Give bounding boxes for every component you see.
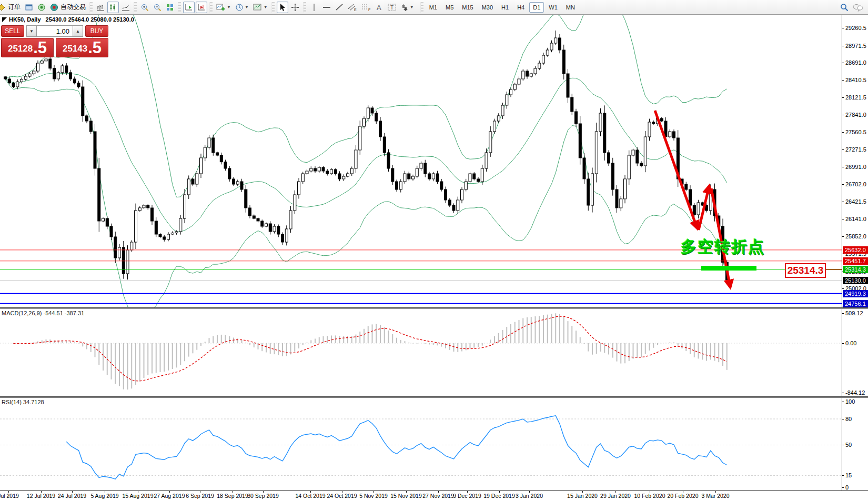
text-button[interactable]: A: [374, 2, 385, 13]
line-chart-icon: [122, 3, 130, 12]
price-tick-label: 26421.5: [845, 198, 866, 205]
chart-title: HK50, Daily 25430.0 25464.0 25080.0 2513…: [9, 16, 134, 23]
rsi-tick-mark: [842, 475, 844, 476]
chat-button[interactable]: [851, 2, 865, 13]
text-label-button[interactable]: T: [386, 2, 398, 13]
price-tick-mark: [842, 46, 844, 46]
price-tick-mark: [842, 184, 844, 185]
price-tick-mark: [842, 288, 844, 289]
svg-text:T: T: [390, 5, 393, 11]
add-indicator-button[interactable]: ▼: [215, 2, 233, 13]
buy-price-pip: .5: [88, 39, 102, 56]
rsi-canvas[interactable]: [0, 398, 842, 491]
macd-tick-mark: [842, 343, 844, 344]
chart-shift-button[interactable]: [196, 2, 207, 13]
data-window-button[interactable]: [36, 2, 47, 13]
timeframe-h4[interactable]: H4: [513, 2, 528, 13]
volume-input[interactable]: [37, 25, 73, 37]
date-tick-label: 3 Jan 2020: [516, 493, 543, 499]
sell-button[interactable]: SELL: [1, 25, 24, 37]
chat-bubbles-icon: [853, 3, 863, 12]
date-tick-label: 9 Dec 2019: [453, 493, 481, 499]
trend-line-icon: [335, 3, 344, 12]
cursor-icon: [279, 3, 286, 12]
periods-button[interactable]: ▼: [234, 2, 250, 13]
zoom-in-icon: [140, 3, 149, 12]
crosshair-button[interactable]: [289, 2, 301, 13]
trend-line-button[interactable]: [334, 2, 345, 13]
auto-scroll-button[interactable]: [183, 2, 195, 13]
rsi-tick-mark: [842, 419, 844, 419]
timeframe-m30[interactable]: M30: [478, 2, 497, 13]
templates-button[interactable]: ▼: [251, 2, 269, 13]
zoom-out-button[interactable]: [152, 2, 163, 13]
auto-scroll-icon: [185, 3, 193, 12]
new-order-button[interactable]: 订单: [0, 2, 22, 13]
date-tick-label: 27 Nov 2019: [422, 493, 454, 499]
key-price-label[interactable]: 25314.3: [785, 263, 826, 278]
main-chart-panel[interactable]: [0, 15, 842, 307]
horizontal-line-button[interactable]: [321, 2, 332, 13]
market-watch-button[interactable]: [23, 2, 35, 13]
toolbar: 订单 自动交易: [0, 0, 868, 15]
rsi-tick-label: 100: [845, 398, 855, 405]
date-tick-label: Jul 2019: [0, 493, 19, 499]
macd-panel[interactable]: MACD(12,26,9) -544.51 -387.31: [0, 309, 842, 396]
date-tick-label: 6 Sep 2019: [186, 493, 214, 499]
zoom-in-button[interactable]: [139, 2, 150, 13]
timeframe-mn[interactable]: MN: [562, 2, 579, 13]
equidistant-channel-button[interactable]: E: [346, 2, 359, 13]
arrows-button[interactable]: ▼: [399, 2, 416, 13]
equidistant-channel-icon: E: [348, 3, 357, 12]
one-click-trading-panel: SELL ▼ ▲ BUY 25128 .5 25143 .5: [1, 25, 108, 57]
date-tick-label: 3 Mar 2020: [701, 493, 729, 499]
macd-canvas[interactable]: [0, 309, 842, 396]
sell-price-display[interactable]: 25128 .5: [1, 38, 54, 57]
bar-chart-button[interactable]: [95, 2, 106, 13]
rsi-axis[interactable]: 1008050150: [842, 398, 868, 491]
line-chart-button[interactable]: [120, 2, 132, 13]
autotrading-label: 自动交易: [60, 3, 86, 12]
timeframe-m5[interactable]: M5: [442, 2, 457, 13]
buy-button[interactable]: BUY: [85, 25, 108, 37]
price-chart-canvas[interactable]: [0, 15, 842, 307]
trade-panel-collapse-icon[interactable]: [2, 17, 7, 22]
price-tick-mark: [842, 236, 844, 237]
volume-increase-button[interactable]: ▲: [73, 25, 83, 37]
timeframe-w1[interactable]: W1: [545, 2, 561, 13]
price-tick-label: 28410.5: [845, 77, 866, 83]
candlestick-chart-button[interactable]: [107, 2, 119, 13]
date-tick-label: 19 Dec 2019: [483, 493, 515, 499]
timeframe-m15[interactable]: M15: [458, 2, 477, 13]
date-tick-label: 29 Jan 2020: [600, 493, 631, 499]
buy-price-display[interactable]: 25143 .5: [56, 38, 108, 57]
macd-tick-label: -844.12: [845, 389, 865, 396]
bar-chart-icon: [96, 3, 105, 12]
svg-text:A: A: [377, 4, 381, 12]
date-tick-label: 18 Sep 2019: [217, 493, 248, 499]
price-axis[interactable]: 29260.528971.528691.028410.528121.527841…: [842, 15, 868, 307]
toolbar-grip: [303, 2, 306, 13]
price-line-tag: 25451.7: [843, 257, 868, 265]
fibonacci-button[interactable]: F: [360, 2, 372, 13]
autotrading-button[interactable]: 自动交易: [48, 2, 87, 13]
search-button[interactable]: [839, 2, 850, 13]
timeframe-d1[interactable]: D1: [529, 2, 544, 13]
timeframe-h1[interactable]: H1: [498, 2, 512, 13]
cursor-button[interactable]: [277, 2, 288, 13]
toolbar-grip: [271, 2, 275, 13]
templates-icon: [253, 3, 263, 12]
price-tick-label: 27560.5: [845, 129, 866, 135]
date-axis[interactable]: Jul 201912 Jul 201924 Jul 20195 Aug 2019…: [0, 491, 868, 500]
new-order-label: 订单: [8, 3, 21, 12]
date-tick-label: 15 Nov 2019: [390, 493, 422, 499]
date-tick-label: 20 Feb 2020: [668, 493, 699, 499]
rsi-panel[interactable]: RSI(14) 34.7128: [0, 398, 842, 491]
vertical-line-button[interactable]: [308, 2, 320, 13]
price-tick-mark: [842, 28, 844, 28]
toolbar-grip: [178, 2, 181, 13]
macd-axis[interactable]: 509.120.00-844.12: [842, 309, 868, 396]
volume-decrease-button[interactable]: ▼: [26, 25, 37, 37]
tile-windows-button[interactable]: [164, 2, 176, 13]
timeframe-m1[interactable]: M1: [426, 2, 441, 13]
